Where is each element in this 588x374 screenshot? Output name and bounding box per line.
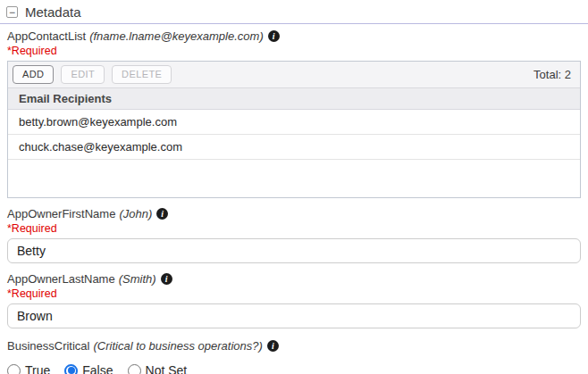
- first-name-input[interactable]: [7, 238, 581, 263]
- radio-label: False: [82, 363, 113, 374]
- column-header-email-recipients[interactable]: Email Recipients: [8, 87, 580, 110]
- collapse-toggle-button[interactable]: −: [6, 6, 18, 18]
- table-row[interactable]: betty.brown@keyexample.com: [8, 110, 580, 135]
- minus-icon: −: [9, 8, 15, 17]
- radio-option-not-set[interactable]: Not Set: [128, 363, 188, 374]
- app-contact-list-label: AppContactList (fname.lname@keyexample.c…: [7, 29, 581, 43]
- add-button[interactable]: ADD: [13, 65, 54, 84]
- radio-label: True: [25, 363, 50, 374]
- grid-empty-area: [8, 160, 580, 197]
- field-hint: (Smith): [119, 272, 156, 286]
- field-name: BusinessCritical: [7, 339, 89, 353]
- required-label: *Required: [7, 222, 581, 235]
- field-app-owner-first-name: AppOwnerFirstName (John) i *Required: [7, 207, 581, 263]
- app-owner-first-name-label: AppOwnerFirstName (John) i: [7, 207, 581, 220]
- last-name-input[interactable]: [7, 303, 581, 328]
- radio-option-false[interactable]: False: [64, 363, 113, 374]
- info-icon[interactable]: i: [161, 273, 172, 285]
- field-app-owner-last-name: AppOwnerLastName (Smith) i *Required: [7, 272, 581, 328]
- section-title: Metadata: [25, 4, 81, 20]
- email-recipients-grid: ADD EDIT DELETE Total: 2 Email Recipient…: [7, 61, 581, 198]
- field-name: AppOwnerFirstName: [7, 207, 115, 220]
- grid-toolbar: ADD EDIT DELETE Total: 2: [8, 62, 580, 87]
- edit-button[interactable]: EDIT: [61, 65, 105, 84]
- radio-label: Not Set: [146, 363, 188, 374]
- business-critical-label: BusinessCritical (Critical to business o…: [7, 339, 581, 353]
- metadata-section: − Metadata AppContactList (fname.lname@k…: [0, 0, 588, 374]
- field-business-critical: BusinessCritical (Critical to business o…: [7, 339, 581, 374]
- info-icon[interactable]: i: [267, 340, 279, 352]
- required-label: *Required: [7, 45, 581, 57]
- app-owner-last-name-label: AppOwnerLastName (Smith) i: [7, 272, 581, 286]
- delete-button[interactable]: DELETE: [112, 65, 172, 84]
- form-content: AppContactList (fname.lname@keyexample.c…: [0, 24, 588, 374]
- info-icon[interactable]: i: [156, 208, 168, 220]
- field-app-contact-list: AppContactList (fname.lname@keyexample.c…: [7, 29, 581, 198]
- radio-option-true[interactable]: True: [7, 363, 50, 374]
- radio-selected-icon: [64, 364, 78, 374]
- field-hint: (John): [119, 207, 152, 220]
- required-label: *Required: [7, 287, 581, 300]
- field-name: AppOwnerLastName: [7, 272, 115, 286]
- radio-icon: [7, 364, 21, 374]
- field-hint: (Critical to business operations?): [93, 339, 262, 353]
- info-icon[interactable]: i: [268, 30, 280, 42]
- total-count: Total: 2: [533, 68, 571, 81]
- table-row[interactable]: chuck.chase@keyexample.com: [8, 135, 580, 160]
- business-critical-radio-group: True False Not Set: [7, 363, 581, 374]
- field-hint: (fname.lname@keyexample.com): [89, 29, 264, 43]
- section-header: − Metadata: [0, 0, 588, 23]
- radio-icon: [128, 364, 141, 374]
- field-name: AppContactList: [7, 29, 86, 43]
